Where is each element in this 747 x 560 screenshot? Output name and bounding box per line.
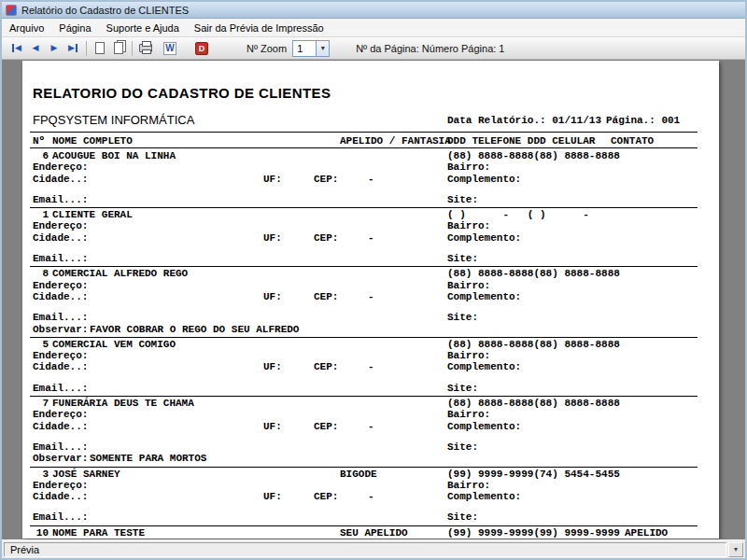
field-label-email: Email...: [33,194,88,205]
report-title: RELATORIO DO CADASTRO DE CLIENTES [33,85,331,101]
next-page-button[interactable]: ▶ [45,39,63,58]
record-separator [30,266,698,267]
record-spacer [22,185,719,194]
field-label-site: Site: [447,383,478,394]
record-separator [30,207,698,208]
chevron-down-icon[interactable]: ▾ [316,41,329,56]
report-page: RELATORIO DO CADASTRO DE CLIENTES FPQSYS… [22,61,719,539]
client-phones: (88) 8888-8888(88) 8888-8888 [447,268,620,279]
field-label-site: Site: [447,511,478,523]
zoom-value: 1 [293,41,316,56]
client-apelido: SEU APELIDO [340,527,408,539]
field-label-cep: CEP: [314,491,338,502]
pdf-icon: D [195,42,208,55]
field-label-bairro: Bairro: [447,280,490,291]
record-spacer [22,244,719,253]
client-phones: ( ) - ( ) - [447,209,589,220]
field-label-email: Email...: [33,441,88,453]
first-page-icon [12,44,14,52]
next-page-icon: ▶ [51,44,58,52]
menu-sair-da-previa[interactable]: Sair da Prévia de Impressão [187,21,331,35]
header-rule [30,147,698,148]
city-line: Cidade..: UF: CEP: - Complemento: [22,421,719,432]
record-spacer [22,432,719,441]
word-icon: W [163,42,176,55]
client-number: 7 [22,398,49,409]
previous-page-icon: ◀ [33,44,39,52]
field-label-bairro: Bairro: [447,480,490,491]
observar-value: FAVOR COBRAR O REGO DO SEU ALFREDO [90,324,299,335]
header-rule [30,132,698,133]
field-label-bairro: Bairro: [447,350,490,361]
record-header-line: 7 FUNERÁRIA DEUS TE CHAMA (88) 8888-8888… [22,398,719,409]
record-separator [30,396,698,397]
first-page-button[interactable]: ◀ [7,39,26,58]
client-name: COMERCIAL VEM COMIGO [52,339,176,350]
client-name: CLIENTE GERAL [52,209,133,220]
menu-pagina[interactable]: Página [51,21,98,35]
client-name: JOSÉ SARNEY [52,469,120,480]
export-word-button[interactable]: W [161,39,179,58]
field-label-cidade: Cidade..: [33,361,88,372]
record-header-line: 6 ACOUGUE BOI NA LINHA (88) 8888-8888(88… [22,150,719,161]
export-pdf-button[interactable]: D [192,39,211,58]
address-line: Endereço: Bairro: [22,480,719,491]
print-button[interactable] [136,39,155,58]
field-label-cep: CEP: [314,232,338,244]
col-header-contato: CONTATO [611,135,654,147]
field-label-endereco: Endereço: [33,280,88,291]
col-header-apelido: APELIDO / FANTASIA [340,135,451,147]
last-page-icon [76,44,78,52]
client-number: 1 [22,209,49,220]
statusbar-dropdown-button[interactable]: ▾ [728,542,743,557]
field-label-site: Site: [447,194,478,205]
page-setup-button[interactable] [91,39,109,58]
toolbar-separator [132,41,133,56]
field-label-uf: UF: [263,361,282,372]
record-separator [30,525,698,526]
col-header-telefone: DDD TELEFONE DDD CELULAR [447,135,595,147]
field-label-uf: UF: [263,232,282,244]
page-number-label: Nº da Página: Número Página: 1 [356,43,504,54]
records-list: 6 ACOUGUE BOI NA LINHA (88) 8888-8888(88… [22,150,719,539]
field-label-uf: UF: [263,174,282,185]
email-line: Email...: Site: [22,383,719,394]
client-number: 3 [22,469,49,480]
field-label-site: Site: [447,312,478,323]
field-label-email: Email...: [33,253,88,264]
previous-page-button[interactable]: ◀ [26,39,45,58]
field-label-bairro: Bairro: [447,409,490,420]
client-number: 8 [22,268,49,279]
client-phones: (88) 8888-8888(88) 8888-8888 [447,339,620,350]
record-spacer [22,502,719,511]
field-label-cep: CEP: [314,174,338,185]
col-header-num: Nº [33,135,45,147]
client-record: 5 COMERCIAL VEM COMIGO (88) 8888-8888(88… [22,339,719,397]
last-page-button[interactable]: ▶ [63,39,82,58]
field-label-cidade: Cidade..: [33,232,88,244]
app-icon [6,5,17,16]
cep-dash: - [368,232,374,244]
client-name: NOME PARA TESTE [52,527,145,539]
zoom-select[interactable]: 1 ▾ [292,40,330,57]
city-line: Cidade..: UF: CEP: - Complemento: [22,232,719,244]
printer-icon [139,44,152,52]
observar-line: Observar: FAVOR COBRAR O REGO DO SEU ALF… [22,324,719,335]
field-label-bairro: Bairro: [447,161,490,173]
menu-arquivo[interactable]: Arquivo [2,21,51,35]
cep-dash: - [368,491,374,502]
menu-suporte-e-ajuda[interactable]: Suporte e Ajuda [99,21,187,35]
window-title: Relatório do Cadastro de CLIENTES [21,5,189,16]
titlebar: Relatório do Cadastro de CLIENTES [2,2,745,19]
client-apelido: BIGODE [340,469,377,480]
pages-view-button[interactable] [109,39,128,58]
field-label-cidade: Cidade..: [33,421,88,432]
status-text: Prévia [10,544,39,555]
field-label-complemento: Complemento: [447,174,521,185]
city-line: Cidade..: UF: CEP: - Complemento: [22,174,719,185]
address-line: Endereço: Bairro: [22,409,719,420]
field-label-cep: CEP: [314,421,338,432]
email-line: Email...: Site: [22,441,719,453]
email-line: Email...: Site: [22,194,719,205]
field-label-email: Email...: [33,511,88,523]
